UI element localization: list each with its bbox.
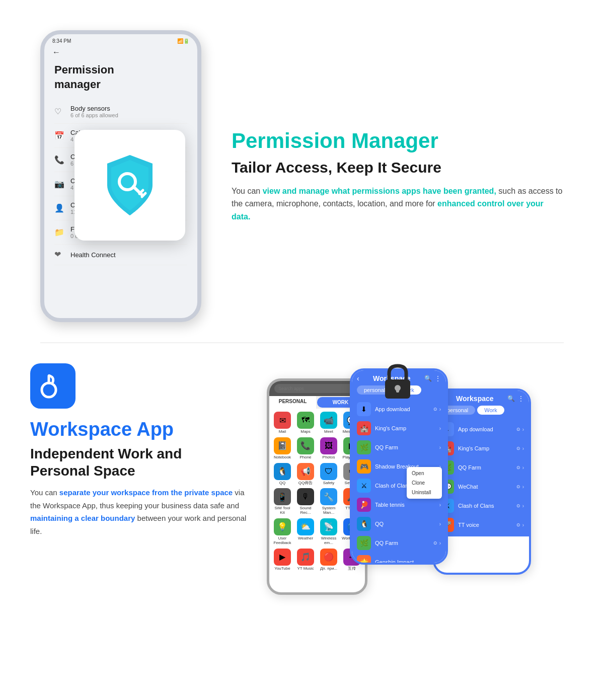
toggle-icon[interactable]: ⊙ <box>433 540 437 546</box>
perm-health[interactable]: ❤ Health Connect <box>54 245 187 265</box>
photos-icon: 🖼 <box>320 437 337 454</box>
perm-body-sensors: ♡ Body sensors 6 of 6 apps allowed <box>54 100 187 124</box>
ytmusic-icon: 🎵 <box>297 549 314 566</box>
camera-icon: 📷 <box>54 179 64 189</box>
list-item-appdownload[interactable]: ⬇ App download ⊙ › <box>352 400 446 419</box>
app-photos[interactable]: 🖼Photos <box>319 437 339 460</box>
workspace-app-list-2: ⬇ App download ⊙ › 🏰 King's Camp <box>435 418 529 536</box>
app-wireless[interactable]: 📡Wireless em... <box>319 518 339 546</box>
workspace-header-icons: 🔍 ⋮ <box>424 375 441 382</box>
mail-icon: ✉ <box>274 412 291 429</box>
permission-section: 8:34 PM 📶🔋 ← Permission manager ♡ Body s… <box>0 0 604 342</box>
more-options-icon[interactable]: ⋮ <box>435 375 441 382</box>
search-input[interactable] <box>274 384 360 393</box>
shield-key-icon <box>100 152 160 218</box>
toggle-icon-7[interactable]: ⊙ <box>516 522 520 527</box>
list-item-qqfarm-2[interactable]: 🌿 QQ Farm ⊙ › <box>435 458 529 477</box>
kingscamp-icon: 🏰 <box>357 421 371 435</box>
list-item-qq2[interactable]: 🐧 QQ › <box>352 514 446 533</box>
time-display: 8:34 PM <box>52 38 71 44</box>
workspace-back-button[interactable]: ‹ <box>357 374 359 382</box>
app-safety[interactable]: 🛡Safety <box>319 463 339 486</box>
toggle-icon-5[interactable]: ⊙ <box>516 484 520 489</box>
app-sysman[interactable]: 🔧System Man... <box>319 488 339 515</box>
list-item-kingscamp-2[interactable]: 🏰 King's Camp ⊙ › <box>435 439 529 458</box>
workspace-app-icon <box>30 363 76 409</box>
folder-icon: 📁 <box>54 227 64 238</box>
qqfarm2-info: QQ Farm <box>375 540 429 546</box>
workspace-description: You can separate your workspace from the… <box>30 486 247 537</box>
permission-phone-mockup: 8:34 PM 📶🔋 ← Permission manager ♡ Body s… <box>40 30 201 322</box>
phone-app-icon: 📞 <box>297 437 314 454</box>
genshin-info: Genshin Impact <box>375 559 435 565</box>
workspace-info-panel: Workspace App Independent Work and Perso… <box>30 363 247 537</box>
app-meet[interactable]: 📹Meet <box>319 412 339 434</box>
workspace-app-list: ⬇ App download ⊙ › 🏰 King's Camp › <box>352 398 446 565</box>
toggle-icon-3[interactable]: ⊙ <box>516 446 520 451</box>
list-item-qqfarm2[interactable]: 🌿 QQ Farm ⊙ › <box>352 533 446 553</box>
search-icon-2[interactable]: 🔍 <box>507 395 515 402</box>
app-phone[interactable]: 📞Phone <box>295 437 316 460</box>
qqfarm3-info: QQ Farm <box>458 464 512 471</box>
context-uninstall[interactable]: Uninstall <box>407 488 442 497</box>
appdownload-actions: ⊙ › <box>433 407 441 412</box>
permission-info-panel: Permission Manager Tailor Access, Keep I… <box>232 129 564 223</box>
app-simtool[interactable]: 📱SIM Tool Kit <box>272 488 292 515</box>
app-ytmusic[interactable]: 🎵YT Music <box>295 549 316 571</box>
context-menu: Open Clone Uninstall <box>407 467 442 499</box>
more-options-icon-2[interactable]: ⋮ <box>518 395 524 402</box>
list-item-clashofclans-2[interactable]: ⚔ Clash of Clans ⊙ › <box>435 496 529 515</box>
list-item-appdownload-2[interactable]: ⬇ App download ⊙ › <box>435 420 529 439</box>
meet-icon: 📹 <box>320 412 337 429</box>
app-youtube[interactable]: ▶YouTube <box>272 549 292 571</box>
kingscamp-info: King's Camp <box>375 425 435 431</box>
list-item-wechat[interactable]: 💬 WeChat ⊙ › <box>435 477 529 496</box>
qq2-icon: 🐧 <box>357 517 371 531</box>
tab-personal[interactable]: PERSONAL <box>269 396 316 409</box>
permission-subtitle: Tailor Access, Keep It Secure <box>232 159 564 177</box>
context-open[interactable]: Open <box>407 469 442 478</box>
workspace-title-2: Workspace <box>456 395 493 403</box>
workspace-subtitle: Independent Work and Personal Space <box>30 445 247 479</box>
app-mail[interactable]: ✉Mail <box>272 412 292 434</box>
qq2-info: QQ <box>375 521 435 527</box>
permission-description: You can view and manage what permissions… <box>232 185 564 223</box>
list-item-genshin[interactable]: 🌟 Genshin Impact › <box>352 553 446 565</box>
app-qq[interactable]: 🐧QQ <box>272 463 292 486</box>
workspace-section: Workspace App Independent Work and Perso… <box>0 343 604 645</box>
weather-icon: ⛅ <box>297 518 314 535</box>
toggle-icon-6[interactable]: ⊙ <box>516 503 520 508</box>
search-icon[interactable]: 🔍 <box>424 375 432 382</box>
heart-icon: ♡ <box>54 107 64 117</box>
calendar-icon: 📅 <box>54 131 64 141</box>
app-appstore[interactable]: 🔴Дп. при... <box>319 549 339 571</box>
app-maps[interactable]: 🗺Maps <box>295 412 316 434</box>
youtube-icon: ▶ <box>274 549 291 566</box>
toggle-icon[interactable]: ⊙ <box>433 407 437 412</box>
app-weather[interactable]: ⛅Weather <box>295 518 316 546</box>
permission-main-heading: Permission Manager <box>232 129 564 152</box>
app-sound[interactable]: 🎙Sound Rec... <box>295 488 316 515</box>
health-icon: ❤ <box>54 250 64 260</box>
context-clone[interactable]: Clone <box>407 478 442 488</box>
toggle-icon-4[interactable]: ⊙ <box>516 465 520 470</box>
sysman-icon: 🔧 <box>320 488 337 505</box>
workspace-phones-cluster: PERSONAL WORK ✉Mail 🗺Maps 📹Meet 💬Message… <box>267 363 564 615</box>
clashofclans2-info: Clash of Clans <box>458 503 512 509</box>
toggle-icon-2[interactable]: ⊙ <box>516 427 520 432</box>
safety-icon: 🛡 <box>320 463 337 480</box>
list-item-shadowbreakout[interactable]: 🎮 Shadow Breakout › Open Clone Uninstall <box>352 457 446 476</box>
app-qqchiban[interactable]: 📢QQ佈告 <box>295 463 316 486</box>
kingscamp2-info: King's Camp <box>458 445 512 451</box>
list-item-ttvoice[interactable]: 🎤 TT voice ⊙ › <box>435 515 529 534</box>
app-userfb[interactable]: 💡User Feedback <box>272 518 292 546</box>
back-arrow[interactable]: ← <box>44 46 197 59</box>
qq-icon: 🐧 <box>274 463 291 480</box>
qqchiban-icon: 📢 <box>297 463 314 480</box>
list-item-qqfarm[interactable]: 🌿 QQ Farm › <box>352 438 446 457</box>
tab-work-ws2[interactable]: Work <box>477 406 504 415</box>
userfb-icon: 💡 <box>274 518 291 535</box>
list-item-kingscamp[interactable]: 🏰 King's Camp › <box>352 419 446 438</box>
app-notebook[interactable]: 📓Notebook <box>272 437 292 460</box>
appdownload2-info: App download <box>458 426 512 432</box>
